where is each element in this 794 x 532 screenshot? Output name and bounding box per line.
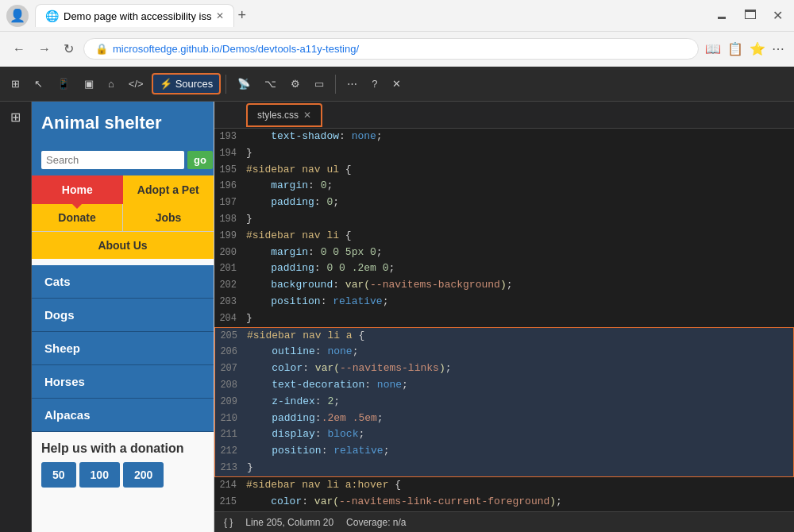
file-tab-close-btn[interactable]: ✕	[303, 110, 311, 121]
line-number: 211	[215, 426, 247, 442]
window-controls: 🗕 🗖 ✕	[711, 6, 788, 25]
donation-amount-btn[interactable]: 100	[79, 462, 120, 488]
maximize-btn[interactable]: 🗖	[739, 6, 761, 25]
donation-buttons: 50100200	[41, 462, 204, 488]
animal-list-item[interactable]: Horses	[32, 365, 214, 399]
home-icon: ⌂	[108, 78, 114, 90]
address-input[interactable]: 🔒 microsoftedge.github.io/Demos/devtools…	[83, 38, 699, 60]
search-input[interactable]	[41, 151, 184, 169]
address-text: microsoftedge.github.io/Demos/devtools-a…	[113, 43, 359, 55]
website-preview: Animal shelter go Home Adopt a Pet Donat…	[32, 102, 214, 532]
performance-icon: ⌥	[264, 78, 276, 90]
panel-split-btn[interactable]: ▣	[78, 73, 100, 94]
donation-amount-btn[interactable]: 50	[41, 462, 76, 488]
line-content: }	[247, 460, 793, 476]
sources-label: Sources	[175, 78, 214, 90]
memory-icon: ⚙	[291, 78, 300, 90]
collections-icon[interactable]: 📋	[727, 41, 743, 56]
line-number: 210	[215, 411, 247, 426]
line-number: 207	[215, 360, 247, 376]
adopt-nav-item[interactable]: Adopt a Pet	[123, 175, 214, 204]
code-content[interactable]: 193 text-shadow: none;194}195#sidebar na…	[214, 129, 794, 511]
minimize-btn[interactable]: 🗕	[711, 6, 733, 25]
animal-list-item[interactable]: Sheep	[32, 332, 214, 365]
user-avatar: 👤	[6, 5, 29, 27]
back-button[interactable]: ←	[10, 39, 29, 60]
line-content: #sidebar nav li a {	[247, 328, 793, 345]
line-content: z-index: 2;	[247, 394, 793, 411]
refresh-button[interactable]: ↻	[60, 38, 77, 60]
application-btn[interactable]: ▭	[308, 73, 330, 94]
line-number: 196	[214, 178, 246, 194]
tab-title: Demo page with accessibility iss	[64, 10, 211, 22]
home-btn[interactable]: ⌂	[102, 73, 121, 94]
toolbar-separator	[225, 75, 226, 94]
reader-icon[interactable]: 📖	[705, 41, 721, 56]
split-icon: ▣	[84, 78, 94, 90]
file-tab-name: styles.css	[257, 110, 299, 121]
title-bar: 👤 🌐 Demo page with accessibility iss ✕ +…	[0, 0, 794, 32]
browser-window: 👤 🌐 Demo page with accessibility iss ✕ +…	[0, 0, 794, 532]
line-number: 200	[214, 245, 246, 260]
more-icon: ⋯	[347, 78, 357, 90]
search-go-button[interactable]: go	[187, 151, 213, 169]
animal-list: CatsDogsSheepHorsesAlpacas	[32, 265, 214, 432]
sources-btn[interactable]: ⚡ Sources	[152, 73, 222, 94]
search-section: go	[32, 145, 214, 175]
line-content: padding: 0 0 .2em 0;	[246, 260, 794, 277]
status-coverage: Coverage: n/a	[346, 517, 406, 528]
device-emulation-btn[interactable]: 📱	[51, 73, 76, 94]
application-icon: ▭	[314, 78, 324, 90]
elements-icon: </>	[129, 78, 144, 90]
line-number: 202	[214, 277, 246, 293]
home-nav-item[interactable]: Home	[32, 175, 123, 204]
more-tools-btn[interactable]: ⋯	[341, 73, 364, 94]
line-content: color: var(--navitems-links);	[247, 360, 793, 377]
memory-btn[interactable]: ⚙	[284, 73, 306, 94]
line-content: }	[246, 310, 794, 327]
line-content: text-decoration: none;	[247, 377, 793, 394]
help-btn[interactable]: ?	[365, 73, 384, 94]
line-content: text-shadow: none;	[246, 129, 794, 145]
toolbar-separator-2	[335, 75, 336, 94]
site-title: Animal shelter	[41, 113, 204, 133]
line-content: margin: 0 0 5px 0;	[246, 245, 794, 261]
new-tab-button[interactable]: +	[237, 7, 246, 24]
performance-btn[interactable]: ⌥	[258, 73, 283, 94]
animal-list-item[interactable]: Alpacas	[32, 399, 214, 432]
more-icon[interactable]: ⋯	[772, 41, 784, 56]
file-tab-styles[interactable]: styles.css ✕	[246, 103, 322, 127]
donation-amount-btn[interactable]: 200	[123, 462, 164, 488]
line-content: #sidebar nav li {	[246, 228, 794, 245]
browser-tab[interactable]: 🌐 Demo page with accessibility iss ✕	[35, 4, 234, 27]
sidebar-toggle-btn[interactable]: ⊞	[5, 73, 26, 94]
elements-btn[interactable]: </>	[122, 73, 150, 94]
line-content: #sidebar nav ul {	[246, 162, 794, 179]
nav-row-1: Home Adopt a Pet	[32, 175, 214, 204]
tab-close-btn[interactable]: ✕	[216, 10, 224, 21]
lock-icon: 🔒	[95, 43, 108, 55]
line-number: 197	[214, 195, 246, 210]
close-icon: ✕	[392, 78, 401, 90]
forward-button[interactable]: →	[35, 39, 54, 60]
close-window-btn[interactable]: ✕	[768, 6, 788, 25]
animal-list-item[interactable]: Dogs	[32, 299, 214, 332]
line-number: 194	[214, 145, 246, 161]
line-content: display: block;	[247, 426, 793, 443]
jobs-nav-item[interactable]: Jobs	[122, 204, 214, 231]
about-nav-item[interactable]: About Us	[32, 231, 214, 259]
inspect-icon: ↖	[34, 78, 43, 90]
sources-sidebar: ⊞	[0, 102, 32, 532]
line-content: position: relative;	[247, 443, 793, 460]
inspect-element-btn[interactable]: ↖	[28, 73, 49, 94]
network-btn[interactable]: 📡	[231, 73, 256, 94]
line-content: position: relative;	[246, 294, 794, 310]
close-devtools-btn[interactable]: ✕	[386, 73, 407, 94]
line-number: 214	[214, 477, 246, 493]
favorites-icon[interactable]: ⭐	[750, 41, 765, 56]
line-content: color: var(--navitems-link-current-foreg…	[246, 494, 794, 511]
animal-list-item[interactable]: Cats	[32, 265, 214, 299]
line-number: 215	[214, 494, 246, 510]
line-number: 205	[215, 328, 247, 344]
sidebar-toggle-icon[interactable]: ⊞	[7, 106, 24, 128]
